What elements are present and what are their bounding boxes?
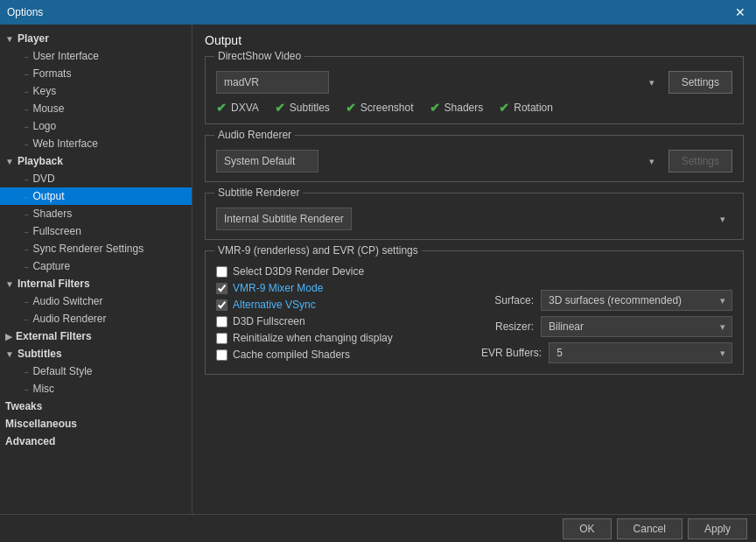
cache-shaders-checkbox[interactable]: [216, 349, 228, 361]
select-d3d9-checkbox[interactable]: [216, 266, 228, 278]
vmr-section: VMR-9 (renderless) and EVR (CP) settings…: [205, 250, 744, 375]
audio-renderer-section: Audio Renderer System Default RealTek HD…: [205, 135, 744, 182]
sidebar-item-label: Logo: [32, 120, 56, 132]
subtitle-renderer-dropdown[interactable]: Internal Subtitle Renderer XySubFilter D…: [216, 208, 352, 230]
audio-dropdown-row: System Default RealTek HD Audio WASAPI S…: [216, 150, 732, 172]
sidebar-category-external-filters[interactable]: ▶ External Filters: [0, 327, 192, 345]
sidebar-item-mouse[interactable]: – Mouse: [0, 100, 192, 117]
sidebar-item-default-style[interactable]: – Default Style: [0, 363, 192, 380]
sidebar-item-capture[interactable]: – Capture: [0, 257, 192, 275]
check-rotation: ✔ Rotation: [499, 101, 553, 115]
dot-icon: –: [24, 70, 28, 78]
sidebar-item-keys[interactable]: – Keys: [0, 82, 192, 100]
sidebar-item-formats[interactable]: – Formats: [0, 65, 192, 82]
reinitialize-checkbox[interactable]: [216, 333, 228, 344]
dot-icon: –: [24, 263, 28, 271]
cancel-button[interactable]: Cancel: [617, 518, 682, 539]
vmr9-mixer-label: VMR-9 Mixer Mode: [233, 282, 323, 294]
check-label: Screenshot: [360, 102, 414, 114]
sidebar-category-subtitles[interactable]: ▼ Subtitles: [0, 345, 192, 363]
arrow-playback-icon: ▼: [5, 157, 14, 166]
sidebar-item-fullscreen[interactable]: – Fullscreen: [0, 222, 192, 240]
dot-icon: –: [24, 88, 28, 95]
check-subtitles: ✔ Subtitles: [275, 101, 330, 115]
sidebar-item-label: Audio Renderer: [32, 313, 106, 325]
checkmark-icon: ✔: [430, 101, 440, 115]
vmr-checkbox-mixer-mode: VMR-9 Mixer Mode: [216, 282, 467, 294]
sidebar-item-tweaks[interactable]: Tweaks: [0, 398, 192, 415]
sidebar-category-external-label: External Filters: [16, 330, 92, 342]
audio-dropdown-wrapper: System Default RealTek HD Audio WASAPI: [216, 150, 662, 172]
vmr9-mixer-checkbox[interactable]: [216, 283, 228, 294]
sidebar-item-label: Keys: [32, 85, 56, 97]
evr-buffers-label: EVR Buffers:: [481, 347, 542, 359]
sidebar-item-label: User Interface: [32, 50, 98, 62]
surface-dropdown[interactable]: 3D surfaces (recommended) 2D surfaces YU…: [541, 290, 732, 311]
content-area: Output DirectShow Video madVR EVR Custom…: [192, 25, 756, 514]
dot-icon: –: [24, 123, 28, 130]
sidebar: ▼ Player – User Interface – Formats – Ke…: [0, 25, 192, 514]
dot-icon: –: [24, 105, 28, 113]
checkmark-icon: ✔: [216, 101, 227, 115]
sidebar-item-misc[interactable]: – Misc: [0, 380, 192, 398]
apply-button[interactable]: Apply: [688, 518, 747, 539]
check-label: Shaders: [444, 102, 484, 114]
dot-icon: –: [24, 368, 28, 376]
evr-dropdown-wrapper: 3 4 5 6 7 8: [549, 342, 732, 363]
sidebar-item-label: Formats: [32, 67, 71, 80]
dot-icon: –: [24, 53, 28, 60]
sidebar-item-label: Sync Renderer Settings: [32, 243, 144, 255]
directshow-video-dropdown[interactable]: madVR EVR Custom Pres. VMR-9 (renderless…: [216, 71, 329, 94]
dot-icon: –: [24, 193, 28, 201]
ok-button[interactable]: OK: [563, 518, 611, 539]
surface-label: Surface:: [481, 294, 534, 306]
title-bar: Options ✕: [0, 0, 756, 25]
d3d-fullscreen-checkbox[interactable]: [216, 316, 228, 327]
arrow-subtitles-icon: ▼: [5, 349, 14, 359]
dot-icon: –: [24, 228, 28, 236]
sidebar-item-user-interface[interactable]: – User Interface: [0, 47, 192, 65]
directshow-settings-button[interactable]: Settings: [668, 71, 732, 94]
sidebar-item-audio-switcher[interactable]: – Audio Switcher: [0, 292, 192, 310]
audio-settings-button[interactable]: Settings: [668, 150, 732, 172]
arrow-player-icon: ▼: [5, 34, 14, 44]
vmr-right: Surface: 3D surfaces (recommended) 2D su…: [481, 265, 732, 365]
sidebar-item-miscellaneous[interactable]: Miscellaneous: [0, 415, 192, 433]
cache-shaders-label: Cache compiled Shaders: [233, 348, 350, 361]
surface-row: Surface: 3D surfaces (recommended) 2D su…: [481, 290, 732, 311]
check-label: Subtitles: [290, 102, 330, 114]
resizer-dropdown[interactable]: Bilinear Nearest Neighbor Bicubic A=-0.6: [541, 316, 732, 337]
sidebar-category-playback-label: Playback: [18, 155, 63, 167]
evr-buffers-dropdown[interactable]: 3 4 5 6 7 8: [549, 342, 732, 363]
vmr-checkbox-alt-vsync: Alternative VSync: [216, 299, 467, 311]
dot-icon: –: [24, 210, 28, 218]
subtitle-renderer-legend: Subtitle Renderer: [214, 187, 303, 199]
alt-vsync-checkbox[interactable]: [216, 299, 228, 311]
check-label: Rotation: [514, 102, 553, 114]
audio-renderer-dropdown[interactable]: System Default RealTek HD Audio WASAPI: [216, 150, 318, 172]
close-button[interactable]: ✕: [732, 5, 749, 19]
sidebar-item-tweaks-label: Tweaks: [5, 400, 42, 412]
sidebar-item-label: Capture: [32, 260, 70, 272]
check-screenshot: ✔ Screenshot: [346, 101, 414, 115]
sidebar-category-internal-label: Internal Filters: [18, 278, 90, 290]
sidebar-item-sync-renderer[interactable]: – Sync Renderer Settings: [0, 240, 192, 257]
sidebar-item-web-interface[interactable]: – Web Interface: [0, 135, 192, 152]
sidebar-item-advanced[interactable]: Advanced: [0, 433, 192, 450]
sidebar-item-label: DVD: [32, 172, 54, 185]
subtitle-dropdown-row: Internal Subtitle Renderer XySubFilter D…: [216, 208, 732, 230]
sidebar-item-logo[interactable]: – Logo: [0, 117, 192, 135]
sidebar-item-output[interactable]: – Output: [0, 187, 192, 205]
sidebar-item-dvd[interactable]: – DVD: [0, 170, 192, 187]
sidebar-item-audio-renderer[interactable]: – Audio Renderer: [0, 310, 192, 327]
sidebar-item-shaders[interactable]: – Shaders: [0, 205, 192, 222]
audio-renderer-legend: Audio Renderer: [214, 129, 295, 141]
d3d-fullscreen-label: D3D Fullscreen: [233, 315, 305, 327]
sidebar-category-player-label: Player: [18, 32, 49, 45]
checkmark-icon: ✔: [275, 101, 285, 115]
sidebar-category-internal-filters[interactable]: ▼ Internal Filters: [0, 275, 192, 292]
sidebar-category-playback[interactable]: ▼ Playback: [0, 152, 192, 170]
dot-icon: –: [24, 245, 28, 253]
vmr-checkbox-select-d3d9: Select D3D9 Render Device: [216, 265, 467, 278]
sidebar-category-player[interactable]: ▼ Player: [0, 30, 192, 47]
